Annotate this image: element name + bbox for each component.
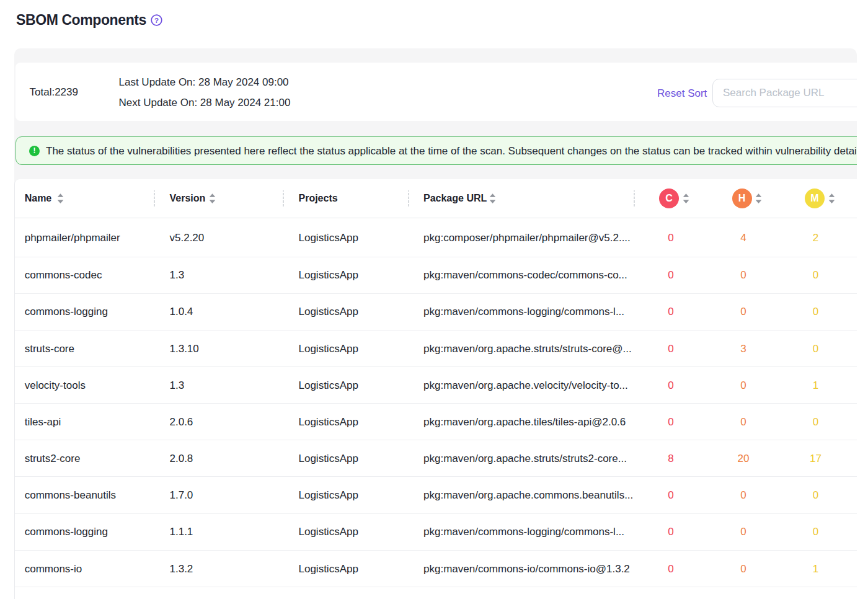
svg-text:?: ?: [154, 17, 159, 24]
